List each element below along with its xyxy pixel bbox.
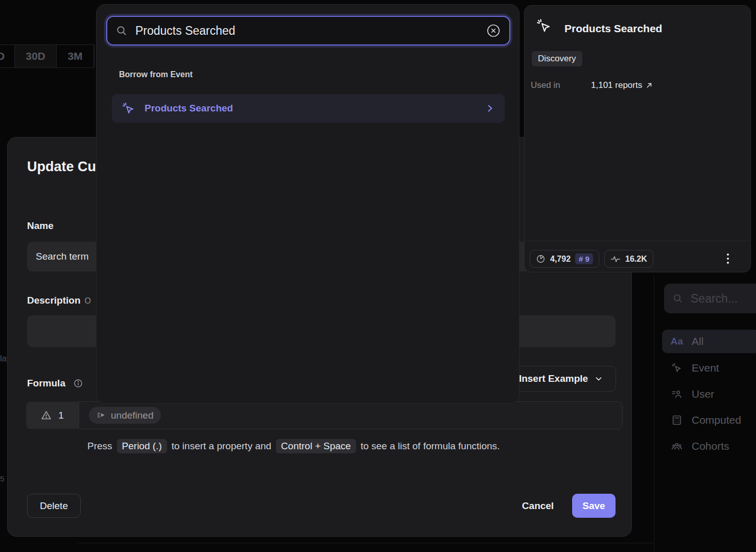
chevron-down-icon [594, 374, 603, 383]
property-search-dropdown: Borrow from Event Products Searched [96, 4, 519, 404]
event-detail-card: Products Searched Discovery Used in 1,10… [524, 5, 751, 272]
volume-value: 16.2K [625, 255, 647, 264]
external-link-arrow-icon [646, 82, 653, 89]
formula-editor[interactable]: undefined [79, 401, 623, 429]
sidebar-item-label: Event [692, 362, 719, 374]
sidebar-item-label: Cohorts [692, 440, 729, 452]
event-cursor-click-icon [536, 18, 552, 36]
used-in-label: Used in [531, 80, 560, 90]
time-range-control: D 30D 3M [0, 44, 94, 68]
sidebar-search-placeholder: Search... [691, 292, 738, 306]
event-cursor-click-icon [670, 362, 683, 374]
sidebar-item-cohorts[interactable]: Cohorts [662, 434, 756, 458]
rank-badge: # 9 [575, 254, 593, 264]
search-icon [115, 25, 128, 37]
formula-label: Formula [27, 378, 83, 391]
card-separator [525, 241, 750, 241]
sidebar-item-label: All [692, 335, 703, 348]
reports-count: 1,101 reports [591, 80, 642, 90]
event-count-stat[interactable]: 4,792 # 9 [530, 250, 599, 268]
search-icon [672, 293, 683, 304]
chart-tick-fragment: 5 [0, 474, 4, 483]
control-space-key-chip: Control + Space [276, 439, 356, 453]
formula-label-text: Formula [27, 378, 65, 388]
formula-line-number: 1 [58, 410, 64, 421]
formula-help-text: Press Period (.) to insert a property an… [87, 439, 500, 453]
property-search-input-wrap [106, 16, 510, 45]
sidebar-item-label: User [692, 388, 714, 400]
warning-icon [41, 410, 52, 421]
event-cursor-click-icon [122, 102, 135, 116]
pie-chart-icon [536, 254, 546, 264]
chevron-right-icon [485, 103, 495, 113]
sidebar-item-user[interactable]: User [662, 382, 756, 406]
event-property-icon [97, 410, 106, 420]
user-icon [670, 388, 683, 400]
range-7d-button[interactable]: D [0, 45, 15, 67]
sidebar-item-all[interactable]: Aa All [662, 330, 756, 353]
save-button[interactable]: Save [572, 494, 616, 518]
borrow-from-event-section-label: Borrow from Event [119, 70, 193, 79]
kebab-menu-icon[interactable] [721, 251, 735, 266]
range-3m-button[interactable]: 3M [57, 45, 94, 67]
modal-title: Update Cu [27, 159, 96, 175]
optional-fragment: O [85, 296, 91, 305]
period-key-chip: Period (.) [117, 439, 167, 453]
clear-search-icon[interactable] [486, 23, 501, 38]
event-title: Products Searched [564, 22, 662, 35]
info-icon[interactable] [73, 378, 83, 391]
description-label-text: Description [27, 295, 81, 306]
count-value: 4,792 [550, 255, 571, 264]
insert-example-button[interactable]: Insert Example [506, 366, 616, 392]
property-search-input[interactable] [135, 24, 486, 38]
app-root: lay 5 D 30D 3M Search... Aa All Event Us… [0, 0, 756, 552]
category-badge: Discovery [532, 51, 582, 66]
undefined-chip-label: undefined [111, 410, 153, 421]
insert-example-label: Insert Example [519, 373, 588, 384]
panel-divider [654, 276, 654, 552]
event-volume-stat[interactable]: 16.2K [604, 250, 653, 268]
help-tail: to see a list of formula functions. [361, 441, 500, 452]
used-in-reports-link[interactable]: 1,101 reports [591, 80, 653, 90]
result-label: Products Searched [145, 103, 233, 114]
panel-bottom-edge [77, 543, 654, 543]
name-label: Name [27, 220, 54, 232]
undefined-property-chip[interactable]: undefined [89, 407, 161, 424]
range-30d-button[interactable]: 30D [15, 45, 57, 67]
sidebar-item-label: Computed [692, 414, 741, 426]
activity-pulse-icon [610, 254, 621, 264]
aa-text-icon: Aa [670, 336, 683, 347]
description-label: DescriptionO [27, 295, 91, 306]
help-press: Press [87, 441, 112, 452]
sidebar-item-computed[interactable]: Computed [662, 408, 756, 432]
search-result-products-searched[interactable]: Products Searched [112, 94, 505, 123]
calculator-icon [670, 415, 683, 426]
cohorts-people-icon [670, 441, 683, 452]
formula-error-gutter: 1 [26, 402, 79, 429]
sidebar-search-input[interactable]: Search... [664, 284, 756, 313]
cancel-button[interactable]: Cancel [518, 494, 557, 518]
help-mid: to insert a property and [172, 441, 271, 452]
sidebar-item-event[interactable]: Event [662, 356, 756, 380]
delete-button[interactable]: Delete [27, 494, 81, 518]
